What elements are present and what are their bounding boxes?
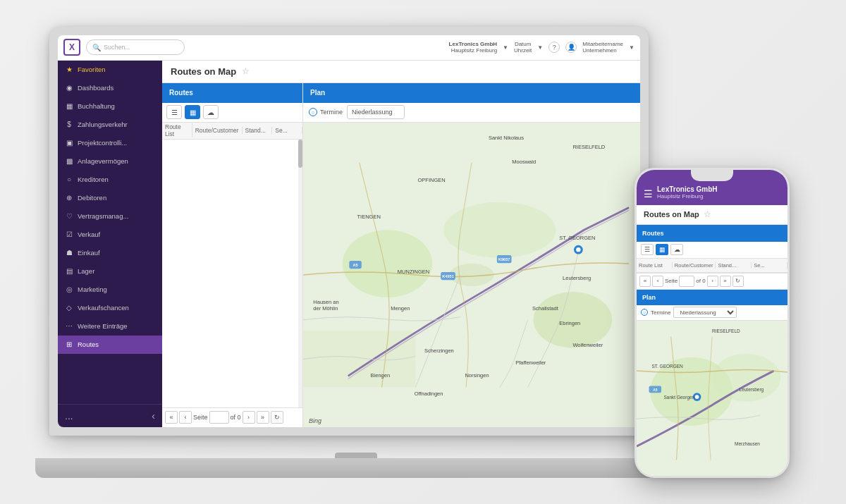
- phone-last-page-btn[interactable]: »: [720, 276, 731, 287]
- content-panels: Routes ☰ ▦ ☁ Route List Route/Customer S…: [162, 83, 640, 427]
- plan-panel-header: Plan: [303, 83, 640, 103]
- laptop-notch: [335, 453, 377, 458]
- page-title: Routes on Map: [171, 66, 236, 77]
- next-page-btn[interactable]: ›: [243, 411, 255, 424]
- phone-next-page-btn[interactable]: ›: [707, 276, 718, 287]
- map-label-mengen: Mengen: [391, 305, 410, 312]
- anlage-icon: ▩: [65, 157, 73, 166]
- sidebar-more-btn[interactable]: ...: [65, 410, 73, 422]
- laptop-body: X 🔍 Suchen... LexTronics GmbH Hauptsitz …: [49, 27, 649, 436]
- map-label-leutersberg: Leutersberg: [563, 275, 591, 281]
- col-route-customer: Route/Customer: [192, 127, 243, 134]
- phone-list-btn[interactable]: ☰: [641, 244, 654, 255]
- sidebar-label-lager: Lager: [78, 267, 94, 275]
- scrollbar-thumb[interactable]: [298, 140, 302, 168]
- phone-company-name: LexTronics GmbH: [657, 185, 718, 193]
- svg-point-13: [576, 247, 580, 251]
- phone-page-label: Seite: [665, 278, 678, 284]
- phone-prev-page-btn[interactable]: ‹: [652, 276, 663, 287]
- phone-map-label-rieselfeld: RIESELFELD: [712, 328, 740, 333]
- phone-refresh-btn[interactable]: ↻: [732, 276, 744, 287]
- phone-of-label: of 0: [696, 278, 705, 284]
- routes-table-header: Route List Route/Customer Stand... Se...: [162, 123, 302, 140]
- sidebar-collapse-btn[interactable]: ‹: [152, 410, 155, 422]
- phone-plan-header: Plan: [637, 290, 787, 305]
- sidebar-item-routes[interactable]: ⊞ Routes: [58, 336, 162, 354]
- phone-page-title: Routes on Map: [644, 210, 699, 219]
- sidebar-item-zahlungsverkehr[interactable]: $ Zahlungsverkehr: [58, 116, 162, 134]
- sidebar-bottom: ... ‹: [58, 404, 162, 427]
- phone-map-label-merzhausen: Merzhausen: [735, 441, 760, 446]
- map-label-mooswald: Mooswald: [512, 159, 536, 165]
- sidebar-item-weitere[interactable]: ⋯ Weitere Einträge: [58, 317, 162, 336]
- sidebar-item-anlage[interactable]: ▩ Anlagevermögen: [58, 152, 162, 171]
- sidebar: ★ Favoriten ◉ Dashboards ▦ Buchhaltung: [58, 61, 162, 427]
- routes-panel: Routes ☰ ▦ ☁ Route List Route/Customer S…: [162, 83, 303, 427]
- phone-star-icon[interactable]: ☆: [704, 209, 711, 219]
- search-bar[interactable]: 🔍 Suchen...: [86, 39, 185, 55]
- phone-first-page-btn[interactable]: «: [639, 276, 651, 287]
- termine-filter[interactable]: ○ Termine: [309, 108, 343, 116]
- svg-text:A5: A5: [653, 388, 658, 392]
- sidebar-item-vertragsmanag[interactable]: ♡ Vertragsmanag...: [58, 207, 162, 226]
- sidebar-label-marketing: Marketing: [78, 285, 107, 293]
- comment-btn[interactable]: ☁: [203, 105, 219, 119]
- sidebar-item-marketing[interactable]: ◎ Marketing: [58, 281, 162, 299]
- laptop-device: X 🔍 Suchen... LexTronics GmbH Hauptsitz …: [49, 27, 663, 478]
- sidebar-label-kreditoren: Kreditoren: [78, 176, 109, 183]
- search-icon: 🔍: [92, 44, 101, 51]
- phone-termine-icon: ○: [641, 309, 648, 316]
- page-input[interactable]: [209, 411, 229, 424]
- sidebar-item-verkauf[interactable]: ☑ Verkauf: [58, 226, 162, 244]
- sidebar-item-einkauf[interactable]: ☗ Einkauf: [58, 244, 162, 262]
- company-dropdown-arrow[interactable]: ▼: [503, 44, 508, 51]
- map-label-biengen: Biengen: [371, 372, 391, 379]
- refresh-btn[interactable]: ↻: [271, 411, 283, 424]
- phone-page-title-bar: Routes on Map ☆: [637, 205, 787, 225]
- prev-page-btn[interactable]: ‹: [179, 411, 192, 424]
- phone-table-header: Route List Route/Customer Stand... Se...: [637, 259, 787, 273]
- sidebar-item-verkaufschancen[interactable]: ◇ Verkaufschancen: [58, 299, 162, 317]
- sidebar-label-dashboards: Dashboards: [78, 84, 114, 92]
- help-icon[interactable]: ?: [548, 42, 560, 53]
- map-view-btn[interactable]: ▦: [185, 105, 200, 119]
- search-placeholder: Suchen...: [104, 44, 130, 51]
- svg-text:K4951: K4951: [442, 273, 453, 278]
- phone-screen: ☰ LexTronics GmbH Hauptsitz Freiburg Rou…: [637, 170, 787, 476]
- phone-map-btn[interactable]: ▦: [656, 244, 668, 255]
- sidebar-item-debitoren[interactable]: ⊕ Debitoren: [58, 189, 162, 207]
- sidebar-label-anlage: Anlagevermögen: [78, 157, 128, 165]
- sidebar-label-weitere: Weitere Einträge: [78, 322, 128, 330]
- sidebar-item-lager[interactable]: ▤ Lager: [58, 262, 162, 281]
- list-view-btn[interactable]: ☰: [166, 105, 182, 119]
- phone-page-input[interactable]: [679, 276, 694, 287]
- phone-col-stand: Stand...: [716, 262, 752, 269]
- sidebar-item-buchhaltung[interactable]: ▦ Buchhaltung: [58, 97, 162, 116]
- sidebar-label-zahlungsverkehr: Zahlungsverkehr: [78, 121, 128, 128]
- phone-col-se: Se...: [752, 262, 787, 269]
- phone-routes-header: Routes: [637, 225, 787, 242]
- niederlassung-select[interactable]: Niederlassung: [347, 105, 405, 119]
- phone-col-route-customer: Route/Customer: [673, 262, 716, 269]
- phone-company: LexTronics GmbH Hauptsitz Freiburg: [657, 185, 718, 199]
- phone-comment-btn[interactable]: ☁: [670, 244, 683, 255]
- routes-table-body: [162, 140, 302, 407]
- phone-toolbar: ☰ ▦ ☁: [637, 242, 787, 259]
- sidebar-item-projektcontrolli[interactable]: ▣ Projektcontrolli...: [58, 134, 162, 152]
- map-label-norsingen: Norsingen: [465, 372, 489, 379]
- phone-menu-icon[interactable]: ☰: [644, 188, 653, 199]
- phone-col-route-list: Route List: [637, 262, 673, 269]
- sidebar-item-dashboards[interactable]: ◉ Dashboards: [58, 79, 162, 97]
- map-label-ebringen: Ebringen: [559, 320, 580, 326]
- routes-panel-header: Routes: [162, 83, 302, 103]
- date-dropdown-arrow[interactable]: ▼: [537, 44, 543, 51]
- sidebar-label-buchhaltung: Buchhaltung: [78, 102, 115, 110]
- page-star-icon[interactable]: ☆: [242, 66, 250, 76]
- first-page-btn[interactable]: «: [165, 411, 178, 424]
- phone-niederlassung-select[interactable]: Niederlassung: [673, 307, 737, 318]
- last-page-btn[interactable]: »: [257, 411, 269, 424]
- sidebar-item-kreditoren[interactable]: ○ Kreditoren: [58, 171, 162, 189]
- user-dropdown-arrow[interactable]: ▼: [629, 44, 634, 51]
- sidebar-item-favoriten[interactable]: ★ Favoriten: [58, 61, 162, 79]
- svg-text:A5: A5: [353, 263, 358, 267]
